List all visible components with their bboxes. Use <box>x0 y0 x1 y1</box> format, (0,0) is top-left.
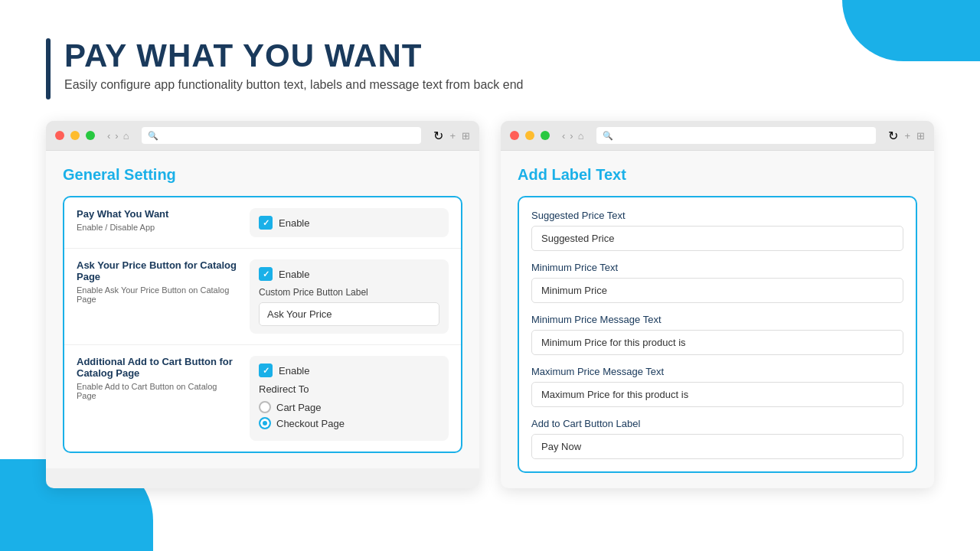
form-label-3: Maximum Price Message Text <box>531 366 903 377</box>
enable-row-atc: Enable <box>259 364 439 377</box>
dot-yellow <box>70 131 80 140</box>
address-bar[interactable]: 🔍 <box>142 127 422 144</box>
radio-cart-label: Cart Page <box>276 402 322 413</box>
header-accent-bar <box>46 38 51 99</box>
setting-controls-pwyw: Enable <box>250 208 449 237</box>
form-field-2: Minimum Price Message Text <box>531 314 903 355</box>
checkbox-atc[interactable] <box>259 364 273 377</box>
form-label-4: Add to Cart Button Label <box>531 418 903 429</box>
form-field-0: Suggested Price Text <box>531 210 903 251</box>
page-subtitle: Easily configure app functionality butto… <box>64 78 523 92</box>
grid-icon[interactable]: ⊞ <box>462 130 470 142</box>
custom-label-text: Custom Price Button Label <box>259 287 439 298</box>
form-field-4: Add to Cart Button Label <box>531 418 903 459</box>
form-label-2: Minimum Price Message Text <box>531 314 903 325</box>
setting-title-ayp: Ask Your Price Button for Catalog Page <box>77 259 237 282</box>
radio-row-checkout: Checkout Page <box>259 417 439 429</box>
setting-label-atc: Additional Add to Cart Button for Catalo… <box>77 356 237 400</box>
nav-forward-r[interactable]: › <box>570 130 573 142</box>
nav-refresh-r[interactable]: ↻ <box>888 129 898 143</box>
nav-refresh[interactable]: ↻ <box>433 129 443 143</box>
form-input-4[interactable] <box>531 434 903 459</box>
panels-container: ‹ › ⌂ 🔍 ↻ + ⊞ General Setting <box>46 121 934 488</box>
radio-cart-page[interactable] <box>259 401 271 413</box>
enable-row-ayp: Enable <box>259 267 439 281</box>
add-tab-icon[interactable]: + <box>449 130 456 142</box>
left-panel-content: General Setting Pay What You Want Enable… <box>46 151 479 468</box>
search-icon-r: 🔍 <box>603 131 613 141</box>
browser-nav-r: ‹ › ⌂ <box>562 130 584 142</box>
setting-row-atc: Additional Add to Cart Button for Catalo… <box>64 345 461 452</box>
setting-desc-pwyw: Enable / Disable App <box>77 223 237 232</box>
checkbox-pwyw[interactable] <box>259 216 273 230</box>
label-form: Suggested Price Text Minimum Price Text … <box>518 196 917 473</box>
dot-red <box>55 131 64 140</box>
nav-back[interactable]: ‹ <box>107 130 110 142</box>
form-input-3[interactable] <box>531 382 903 407</box>
right-browser-bar: ‹ › ⌂ 🔍 ↻ + ⊞ <box>501 121 934 151</box>
header-text-block: PAY WHAT YOU WANT Easily configure app f… <box>64 38 523 92</box>
setting-row-ayp: Ask Your Price Button for Catalog Page E… <box>64 249 461 345</box>
custom-price-button-input[interactable] <box>259 302 439 326</box>
right-browser-window: ‹ › ⌂ 🔍 ↻ + ⊞ Add Label Text Suggested P… <box>501 121 934 488</box>
redirect-label: Redirect To <box>259 383 439 395</box>
form-input-0[interactable] <box>531 226 903 251</box>
setting-label-ayp: Ask Your Price Button for Catalog Page E… <box>77 259 237 304</box>
nav-forward[interactable]: › <box>115 130 118 142</box>
dot-green <box>86 131 95 140</box>
radio-row-cart: Cart Page <box>259 401 439 413</box>
setting-label-pwyw: Pay What You Want Enable / Disable App <box>77 208 237 232</box>
nav-home[interactable]: ⌂ <box>123 130 129 142</box>
right-panel-title: Add Label Text <box>518 166 917 184</box>
right-panel-content: Add Label Text Suggested Price Text Mini… <box>501 151 934 488</box>
setting-desc-atc: Enable Add to Cart Button on Catalog Pag… <box>77 382 237 400</box>
setting-row-pwyw: Pay What You Want Enable / Disable App E… <box>64 197 461 249</box>
form-label-1: Minimum Price Text <box>531 262 903 273</box>
page-title: PAY WHAT YOU WANT <box>64 38 523 73</box>
form-label-0: Suggested Price Text <box>531 210 903 221</box>
nav-home-r[interactable]: ⌂ <box>578 130 584 142</box>
left-browser-window: ‹ › ⌂ 🔍 ↻ + ⊞ General Setting <box>46 121 479 488</box>
form-input-2[interactable] <box>531 330 903 355</box>
form-field-3: Maximum Price Message Text <box>531 366 903 407</box>
enable-label-ayp: Enable <box>279 269 309 280</box>
dot-green-r <box>541 131 550 140</box>
setting-title-pwyw: Pay What You Want <box>77 208 237 220</box>
search-icon: 🔍 <box>148 131 158 141</box>
enable-row-pwyw: Enable <box>259 216 439 230</box>
nav-back-r[interactable]: ‹ <box>562 130 565 142</box>
form-input-1[interactable] <box>531 278 903 303</box>
page-header: PAY WHAT YOU WANT Easily configure app f… <box>46 38 934 99</box>
grid-icon-r[interactable]: ⊞ <box>916 130 925 142</box>
setting-controls-atc: Enable Redirect To Cart Page Checkout Pa… <box>250 356 449 441</box>
settings-card: Pay What You Want Enable / Disable App E… <box>63 196 462 453</box>
enable-label-atc: Enable <box>279 365 309 377</box>
enable-label-pwyw: Enable <box>279 217 309 229</box>
setting-title-atc: Additional Add to Cart Button for Catalo… <box>77 356 237 379</box>
left-panel-title: General Setting <box>63 166 462 184</box>
setting-controls-ayp: Enable Custom Price Button Label <box>250 259 449 334</box>
address-bar-r[interactable]: 🔍 <box>596 127 877 144</box>
radio-checkout-page[interactable] <box>259 417 271 429</box>
browser-actions: + ⊞ <box>449 130 470 142</box>
setting-desc-ayp: Enable Ask Your Price Button on Catalog … <box>77 285 237 304</box>
left-browser-bar: ‹ › ⌂ 🔍 ↻ + ⊞ <box>46 121 479 151</box>
form-field-1: Minimum Price Text <box>531 262 903 303</box>
add-tab-icon-r[interactable]: + <box>904 130 910 142</box>
browser-actions-r: + ⊞ <box>904 130 925 142</box>
checkbox-ayp[interactable] <box>259 267 273 281</box>
dot-yellow-r <box>525 131 534 140</box>
dot-red-r <box>510 131 519 140</box>
radio-checkout-label: Checkout Page <box>276 418 345 429</box>
browser-nav: ‹ › ⌂ <box>107 130 129 142</box>
